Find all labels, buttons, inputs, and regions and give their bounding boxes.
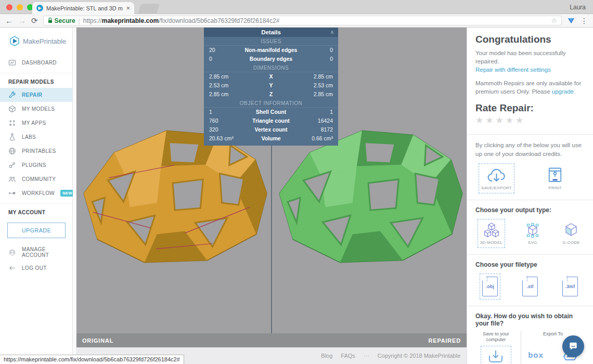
- filetype-title: Choose your filetype: [475, 261, 585, 268]
- details-row: 320Vertex count8172: [204, 125, 338, 134]
- upgrade-link[interactable]: upgrade: [552, 88, 574, 95]
- mammoth-text: Mammoth Repairs are only available for p…: [475, 79, 585, 96]
- footer-more-icon[interactable]: ···: [364, 353, 369, 359]
- minimize-window-button[interactable]: [17, 4, 23, 10]
- filetype-stl-button[interactable]: .stl: [520, 274, 540, 300]
- save-column-header: Save to your computer: [475, 331, 517, 343]
- repaired-label: REPAIRED: [429, 337, 461, 344]
- details-row: 0Boundary edges0: [204, 55, 338, 63]
- sidebar-item-plugins[interactable]: PLUGINS: [0, 158, 72, 172]
- obj-file-icon: .obj: [482, 277, 498, 296]
- wrench-icon: [8, 91, 16, 99]
- cubes-icon: [482, 222, 501, 239]
- address-bar[interactable]: Secure | https://makeprintable.com/fix/d…: [43, 16, 562, 25]
- new-tab-button[interactable]: [138, 4, 160, 14]
- browser-toolbar: ← → ⟳ Secure | https://makeprintable.com…: [0, 14, 593, 28]
- stl-file-icon: .stl: [522, 277, 538, 296]
- repair-settings-link[interactable]: Repair with different settings: [475, 67, 551, 73]
- url-text: https://makeprintable.com/fix/download/5…: [83, 17, 280, 24]
- sidebar-item-workflow[interactable]: WORKFLOW NEW: [0, 186, 72, 200]
- star-icon[interactable]: ★: [475, 115, 485, 125]
- brand[interactable]: MakePrintable: [0, 28, 72, 56]
- brand-name: MakePrintable: [23, 37, 66, 45]
- browser-extension-icon[interactable]: [567, 17, 575, 24]
- flask-icon: [8, 133, 16, 141]
- details-row: 760Triangle count16424: [204, 116, 338, 125]
- dimensions-section-label: DIMENSIONS: [204, 63, 338, 72]
- sidebar-item-dashboard[interactable]: DASHBOARD: [0, 56, 72, 70]
- save-export-button[interactable]: SAVE/EXPORT: [479, 163, 514, 193]
- sidebar-item-repair[interactable]: REPAIR: [0, 88, 72, 102]
- sidebar-header-my-account: MY ACCOUNT: [0, 203, 72, 218]
- details-row: 20.63 cm³Volume0.66 cm³: [204, 134, 338, 143]
- details-title: Details: [261, 29, 281, 35]
- collapse-chevron-icon[interactable]: ∧: [330, 28, 334, 37]
- output-gcode-button[interactable]: G-CODE: [560, 219, 583, 248]
- tab-close-icon[interactable]: ×: [126, 5, 130, 11]
- footer-faqs-link[interactable]: FAQs: [341, 353, 355, 359]
- upgrade-button[interactable]: UPGRADE: [7, 223, 66, 238]
- export-column-header: Export To: [543, 331, 563, 337]
- browser-tab[interactable]: ▶ MakePrintable: STL and 3D mo ×: [32, 2, 134, 14]
- viewer-label-strip: ORIGINAL REPAIRED: [76, 333, 467, 347]
- star-icon[interactable]: ★: [515, 115, 525, 125]
- sidebar-item-my-models[interactable]: MY MODELS: [0, 102, 72, 116]
- object-info-section-label: OBJECT INFORMATION: [204, 99, 338, 108]
- svg-cube-icon: [524, 222, 541, 239]
- sidebar-item-printables[interactable]: PRINTABLES: [0, 144, 72, 158]
- browser-profile-name[interactable]: Laura: [570, 4, 586, 11]
- details-row: 2.53 cmY2.53 cm: [204, 81, 338, 90]
- secure-indicator[interactable]: Secure: [48, 17, 75, 24]
- credits-section: By clicking any of the below you will us…: [467, 135, 593, 200]
- rating-stars[interactable]: ★★★★★: [475, 115, 585, 126]
- sidebar-item-manage-account[interactable]: MANAGE ACCOUNT: [0, 243, 72, 261]
- link-status-bar: https://makeprintable.com/fix/download/5…: [0, 355, 184, 364]
- sidebar-header-repair-models: REPAIR MODELS: [0, 73, 72, 88]
- details-panel-header[interactable]: Details ∧: [204, 28, 338, 37]
- tab-favicon-icon: ▶: [36, 5, 43, 11]
- rate-repair-title: Rate Repair:: [475, 102, 585, 114]
- browser-menu-icon[interactable]: ⋮: [581, 17, 588, 25]
- chat-widget-button[interactable]: [562, 335, 584, 357]
- reload-icon[interactable]: ⟳: [31, 17, 38, 24]
- star-icon[interactable]: ★: [496, 115, 506, 125]
- community-icon: [8, 175, 16, 183]
- filetype-3mf-button[interactable]: .3mf: [560, 274, 581, 300]
- details-row: 2.85 cmZ2.85 cm: [204, 90, 338, 99]
- output-3d-model-button[interactable]: 3D MODEL: [478, 219, 505, 248]
- bookmark-star-icon[interactable]: ☆: [551, 17, 557, 24]
- export-box-button[interactable]: box BOX: [525, 344, 546, 364]
- apps-grid-icon: [8, 119, 16, 127]
- cube-icon: [8, 105, 16, 113]
- obtain-title: Okay. How do you wish to obtain your fil…: [475, 313, 585, 327]
- original-label: ORIGINAL: [82, 337, 113, 344]
- details-row: 1Shell Count1: [204, 108, 338, 116]
- star-icon[interactable]: ★: [485, 115, 495, 125]
- dashboard-icon: [8, 59, 16, 67]
- filetype-obj-button[interactable]: .obj: [480, 274, 500, 300]
- sidebar-item-labs[interactable]: LABS: [0, 130, 72, 144]
- footer-blog-link[interactable]: Blog: [321, 353, 332, 359]
- box-logo-icon: box: [528, 351, 544, 359]
- issues-section-label: ISSUES: [204, 37, 338, 46]
- sidebar-item-community[interactable]: COMMUNITY: [0, 172, 72, 186]
- print-button[interactable]: PRINT: [545, 163, 565, 193]
- download-button[interactable]: DOWNLOAD: [481, 346, 512, 364]
- secure-label: Secure: [55, 17, 75, 24]
- star-icon[interactable]: ★: [506, 115, 515, 125]
- sidebar-item-log-out[interactable]: LOG OUT: [0, 261, 72, 275]
- output-type-section: Choose your output type: 3D MODEL SVG G-…: [467, 200, 593, 255]
- sidebar-scroll-gutter[interactable]: [73, 28, 76, 364]
- window-controls[interactable]: [6, 4, 33, 10]
- close-window-button[interactable]: [6, 4, 12, 10]
- forward-icon[interactable]: →: [18, 17, 26, 24]
- output-type-title: Choose your output type:: [475, 206, 585, 214]
- download-panel: Congratulations Your model has been succ…: [467, 28, 593, 364]
- details-row: 20Non-manifold edges0: [204, 46, 338, 55]
- sidebar-item-my-apps[interactable]: MY APPS: [0, 116, 72, 130]
- 3mf-file-icon: .3mf: [562, 277, 578, 296]
- footer-copyright: Copyright © 2018 MakePrintable: [378, 353, 460, 359]
- output-svg-button[interactable]: SVG: [522, 219, 544, 248]
- makeprintable-logo-icon: [9, 36, 20, 46]
- back-icon[interactable]: ←: [5, 17, 13, 24]
